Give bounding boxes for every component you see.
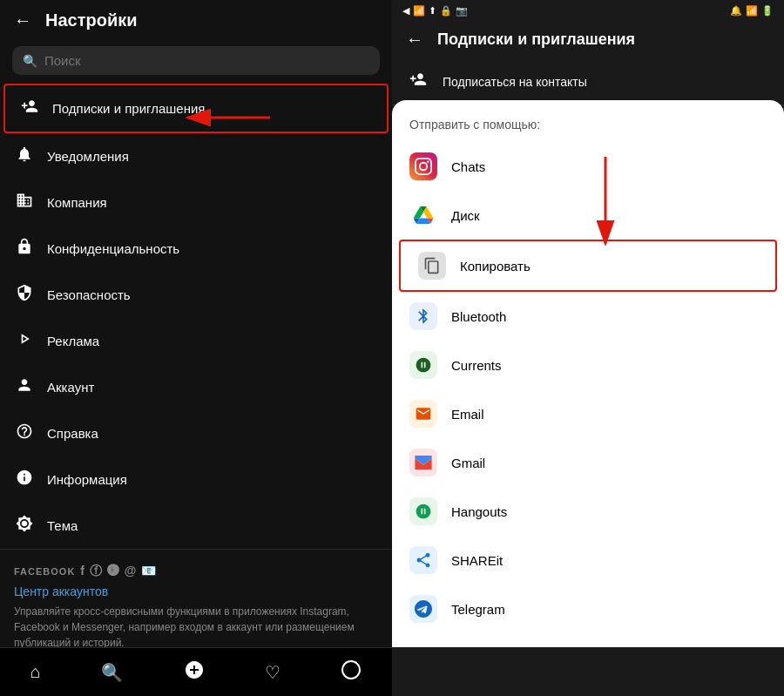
menu-item-info[interactable]: Информация	[0, 456, 392, 503]
share-item-hangouts[interactable]: Hangouts	[392, 487, 784, 536]
status-left: ◀ 📶 ⬆ 🔒 📷	[402, 5, 468, 17]
left-page-title: Настройки	[45, 10, 138, 30]
left-panel: ← Настройки 🔍 Подписки и приглашения Уве…	[0, 0, 392, 696]
chats-icon	[409, 152, 437, 180]
ads-icon	[14, 330, 35, 352]
share-item-drive[interactable]: Диск	[392, 191, 784, 240]
theme-label: Тема	[47, 518, 78, 533]
company-icon	[14, 192, 35, 213]
telegram-label: Telegram	[451, 602, 505, 617]
info-icon	[14, 469, 35, 490]
share-item-email[interactable]: Email	[392, 389, 784, 438]
right-top-bar: ← Подписки и приглашения	[392, 21, 784, 58]
facebook-section: FACEBOOK f ⓕ 🅕 @ 📧 Центр аккаунтов Управ…	[0, 549, 392, 647]
left-bottom-nav: ⌂ 🔍 ♡	[0, 647, 392, 696]
status-bar: ◀ 📶 ⬆ 🔒 📷 🔔 📶 🔋	[392, 0, 784, 21]
menu-item-ads[interactable]: Реклама	[0, 318, 392, 364]
copy-icon	[418, 252, 446, 280]
svg-point-0	[342, 661, 360, 679]
subscribe-contacts-icon	[406, 71, 430, 92]
menu-item-help[interactable]: Справка	[0, 410, 392, 456]
privacy-label: Конфиденциальность	[47, 241, 179, 256]
share-item-chats[interactable]: Chats	[392, 142, 784, 191]
menu-item-theme[interactable]: Тема	[0, 503, 392, 549]
facebook-description: Управляйте кросс-сервисными функциями в …	[14, 604, 378, 647]
gmail-label: Gmail	[451, 456, 485, 470]
shareit-icon	[409, 546, 437, 574]
nav-heart[interactable]: ♡	[258, 655, 287, 690]
nav-add[interactable]	[177, 652, 212, 692]
right-page-title: Подписки и приглашения	[437, 30, 635, 49]
hangouts-icon	[409, 497, 437, 525]
share-item-telegram[interactable]: Telegram	[392, 585, 784, 633]
info-label: Информация	[47, 472, 127, 487]
bluetooth-icon	[409, 302, 437, 330]
search-bar[interactable]: 🔍	[12, 46, 380, 75]
bluetooth-label: Bluetooth	[451, 309, 506, 324]
left-back-button[interactable]: ←	[14, 10, 31, 30]
drive-icon	[409, 201, 437, 229]
search-input[interactable]	[44, 53, 369, 68]
left-top-bar: ← Настройки	[0, 0, 392, 41]
email-icon	[409, 400, 437, 428]
copy-label: Копировать	[460, 259, 531, 274]
email-label: Email	[451, 407, 484, 422]
help-icon	[14, 422, 35, 444]
help-label: Справка	[47, 426, 98, 441]
menu-list: Подписки и приглашения Уведомления Компа…	[0, 84, 392, 647]
search-icon: 🔍	[23, 54, 37, 68]
menu-item-security[interactable]: Безопасность	[0, 272, 392, 318]
share-dialog-title: Отправить с помощью:	[392, 114, 784, 142]
currents-icon	[409, 351, 437, 379]
status-icon-wifi: 📶	[413, 5, 425, 17]
nav-home[interactable]: ⌂	[24, 655, 48, 689]
menu-item-subscriptions[interactable]: Подписки и приглашения	[3, 84, 389, 133]
notifications-label: Уведомления	[47, 149, 129, 164]
status-icon-data: ⬆	[429, 5, 436, 17]
shareit-label: SHAREit	[451, 553, 503, 568]
security-icon	[14, 284, 35, 306]
status-icon-lock: 🔒	[440, 5, 452, 17]
menu-item-privacy[interactable]: Конфиденциальность	[0, 226, 392, 272]
ads-label: Реклама	[47, 334, 99, 348]
status-wifi: 📶	[746, 5, 758, 17]
subscriptions-label: Подписки и приглашения	[52, 101, 205, 116]
menu-item-notifications[interactable]: Уведомления	[0, 133, 392, 179]
share-item-shareit[interactable]: SHAREit	[392, 536, 784, 585]
share-item-copy[interactable]: Копировать	[399, 240, 777, 292]
menu-item-account[interactable]: Аккаунт	[0, 364, 392, 410]
status-battery: 🔋	[761, 5, 774, 17]
share-item-gmail[interactable]: Gmail	[392, 438, 784, 487]
subscribe-contacts-label: Подписаться на контакты	[443, 75, 587, 89]
menu-item-company[interactable]: Компания	[0, 179, 392, 226]
nav-search[interactable]: 🔍	[94, 655, 130, 690]
chats-label: Chats	[451, 159, 485, 174]
drive-label: Диск	[451, 208, 480, 223]
right-back-button[interactable]: ←	[406, 30, 423, 50]
account-icon	[14, 376, 35, 398]
company-label: Компания	[47, 195, 107, 210]
security-label: Безопасность	[47, 287, 131, 302]
share-item-bluetooth[interactable]: Bluetooth	[392, 292, 784, 341]
right-panel: ◀ 📶 ⬆ 🔒 📷 🔔 📶 🔋 ← Подписки и приглашения…	[392, 0, 784, 696]
share-item-currents[interactable]: Currents	[392, 341, 784, 389]
nav-profile[interactable]	[334, 652, 368, 692]
invite-item-subscribe-contacts[interactable]: Подписаться на контакты	[392, 58, 784, 105]
currents-label: Currents	[451, 358, 502, 373]
subscriptions-icon	[19, 98, 40, 119]
gmail-icon	[409, 449, 437, 476]
privacy-icon	[14, 238, 35, 260]
hangouts-label: Hangouts	[451, 504, 507, 519]
telegram-icon	[409, 595, 437, 623]
account-label: Аккаунт	[47, 380, 94, 395]
notifications-icon	[14, 145, 35, 167]
center-accounts-link[interactable]: Центр аккаунтов	[14, 579, 378, 604]
status-right: 🔔 📶 🔋	[730, 5, 774, 17]
status-icon-cam: 📷	[456, 5, 468, 17]
status-icon-signal: ◀	[402, 5, 409, 17]
status-bell: 🔔	[730, 5, 742, 17]
share-dialog: Отправить с помощью: Chats Диск	[392, 100, 784, 647]
theme-icon	[14, 515, 35, 537]
facebook-heading: FACEBOOK f ⓕ 🅕 @ 📧	[14, 564, 378, 579]
